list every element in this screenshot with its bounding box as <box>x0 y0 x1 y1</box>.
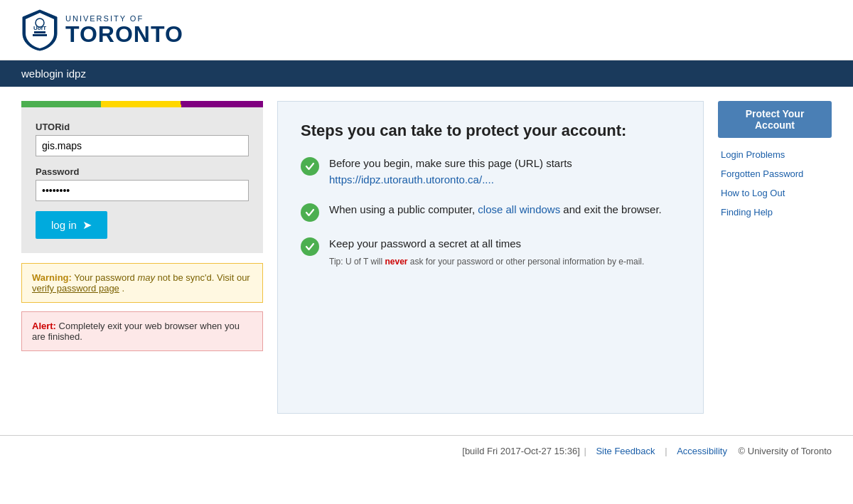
university-shield-icon: UofT <box>21 9 58 51</box>
login-form-box: UTORid Password log in ➤ <box>21 104 263 253</box>
protect-account-button[interactable]: Protect Your Account <box>718 101 832 138</box>
svg-text:UofT: UofT <box>33 25 46 31</box>
separator-1: | <box>584 446 589 456</box>
site-feedback-link[interactable]: Site Feedback <box>596 446 655 456</box>
accessibility-link[interactable]: Accessibility <box>677 446 727 456</box>
url-link[interactable]: https://idpz.utorauth.utoronto.ca/.... <box>329 173 494 186</box>
password-input[interactable] <box>36 180 249 201</box>
info-text-2-pre: When using a public computer, <box>329 203 478 215</box>
sidebar: Protect Your Account Login Problems Forg… <box>718 101 832 414</box>
tip-pre: Tip: U of T will <box>329 257 385 267</box>
checkmark-icon-2 <box>305 208 315 218</box>
login-button[interactable]: log in ➤ <box>36 211 107 239</box>
warning-text: Your password may not be sync'd. Visit o… <box>74 272 250 283</box>
login-label: log in <box>51 219 77 231</box>
nav-bar: weblogin idpz <box>0 60 853 87</box>
check-circle-1 <box>301 157 319 176</box>
checkmark-icon-1 <box>305 161 315 171</box>
never-text: never <box>385 257 407 267</box>
footer: [build Fri 2017-Oct-27 15:36] | Site Fee… <box>0 435 853 466</box>
nav-title: weblogin idpz <box>21 68 86 80</box>
alert-text: Completely exit your web browser when yo… <box>32 321 240 342</box>
login-panel: UTORid Password log in ➤ Warning: Your p… <box>21 101 263 414</box>
warning-period: . <box>122 283 124 294</box>
password-label: Password <box>36 166 249 177</box>
info-item-2: When using a public computer, close all … <box>301 202 680 222</box>
svg-rect-3 <box>34 31 45 33</box>
info-item-3: Keep your password a secret at all times… <box>301 236 680 268</box>
sidebar-link-finding-help[interactable]: Finding Help <box>718 203 832 222</box>
separator-2: | <box>665 446 670 456</box>
info-item-1: Before you begin, make sure this page (U… <box>301 156 680 188</box>
build-info: [build Fri 2017-Oct-27 15:36] <box>462 446 579 456</box>
info-panel: Steps you can take to protect your accou… <box>277 101 704 414</box>
close-windows-link[interactable]: close all windows <box>478 203 560 215</box>
info-heading: Steps you can take to protect your accou… <box>301 122 680 140</box>
info-text-2-post: and exit the browser. <box>563 203 661 215</box>
warning-box: Warning: Your password may not be sync'd… <box>21 263 263 303</box>
sidebar-link-how-to-logout[interactable]: How to Log Out <box>718 183 832 203</box>
main-content: UTORid Password log in ➤ Warning: Your p… <box>0 87 853 428</box>
sidebar-link-login-problems[interactable]: Login Problems <box>718 145 832 164</box>
checkmark-icon-3 <box>305 242 315 252</box>
toronto-label: TORONTO <box>65 23 183 45</box>
info-text-1: Before you begin, make sure this page (U… <box>329 156 572 188</box>
arrow-icon: ➤ <box>82 218 92 232</box>
verify-password-link[interactable]: verify password page <box>32 283 119 294</box>
logo-text: UNIVERSITY OF TORONTO <box>65 14 183 45</box>
info-text-3-main: Keep your password a secret at all times <box>329 237 521 250</box>
warning-label: Warning: <box>32 272 72 283</box>
info-text-2: When using a public computer, close all … <box>329 202 662 218</box>
utorid-label: UTORid <box>36 122 249 132</box>
header: UofT UNIVERSITY OF TORONTO <box>0 0 853 60</box>
info-text-3: Keep your password a secret at all times… <box>329 236 644 268</box>
alert-label: Alert: <box>32 321 56 331</box>
info-text-1-main: Before you begin, make sure this page (U… <box>329 157 572 169</box>
alert-box: Alert: Completely exit your web browser … <box>21 311 263 351</box>
logo-area: UofT UNIVERSITY OF TORONTO <box>21 9 183 51</box>
tip-post: ask for your password or other personal … <box>410 257 644 267</box>
sidebar-link-forgotten-password[interactable]: Forgotten Password <box>718 164 832 183</box>
utorid-input[interactable] <box>36 135 249 156</box>
svg-rect-2 <box>33 34 47 36</box>
info-tip-3: Tip: U of T will never ask for your pass… <box>329 255 644 268</box>
check-circle-3 <box>301 237 319 256</box>
copyright: © University of Toronto <box>739 446 832 456</box>
check-circle-2 <box>301 203 319 222</box>
